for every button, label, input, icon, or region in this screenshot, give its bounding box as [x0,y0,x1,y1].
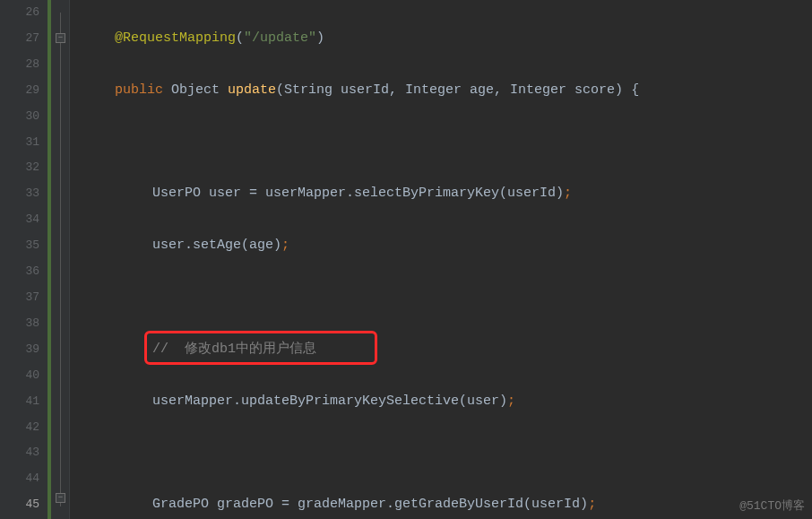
line-number: 44 [0,466,39,492]
code-line[interactable]: @RequestMapping("/update") [77,26,812,52]
line-number: 27 [0,26,39,52]
line-number: 31 [0,130,39,156]
line-number: 40 [0,363,39,389]
line-number: 43 [0,440,39,466]
string-literal: "/update" [244,30,316,46]
line-number-gutter: 26 27 28 29 30 31 32 33 34 35 36 37 38 3… [0,0,47,519]
method-name: update [228,82,276,98]
line-number: 36 [0,259,39,285]
line-number: 30 [0,104,39,130]
line-number: 35 [0,233,39,259]
line-number: 39 [0,337,39,363]
code-line[interactable]: user.setAge(age); [77,233,812,259]
line-number: 26 [0,0,39,26]
line-number: 41 [0,389,39,415]
line-number: 33 [0,181,39,207]
code-line[interactable] [77,130,812,156]
comment: // 修改db1中的用户信息 [152,342,316,357]
code-line[interactable]: public Object update(String userId, Inte… [77,78,812,104]
code-line[interactable]: GradePO gradePO = gradeMapper.getGradeBy… [77,492,812,518]
keyword: public [115,82,163,98]
annotation: @RequestMapping [115,30,236,46]
line-number: 42 [0,415,39,441]
fold-guide-line [60,13,61,506]
code-line[interactable]: userMapper.updateByPrimaryKeySelective(u… [77,389,812,415]
code-editor[interactable]: 26 27 28 29 30 31 32 33 34 35 36 37 38 3… [0,0,812,519]
fold-collapse-icon[interactable]: − [56,33,65,43]
line-number: 45 [0,492,39,518]
line-number: 38 [0,311,39,337]
code-line[interactable] [77,285,812,311]
code-line[interactable] [77,440,812,466]
line-number: 37 [0,285,39,311]
change-indicator [48,0,51,519]
code-line[interactable]: // 修改db1中的用户信息 [77,337,812,363]
fold-gutter: − − [52,0,70,519]
watermark: @51CTO博客 [739,497,805,514]
line-number: 32 [0,155,39,181]
code-line[interactable]: UserPO user = userMapper.selectByPrimary… [77,181,812,207]
line-number: 29 [0,78,39,104]
code-content[interactable]: @RequestMapping("/update") public Object… [70,0,812,519]
line-number: 34 [0,207,39,233]
fold-expand-icon[interactable]: − [56,493,65,503]
line-number: 28 [0,52,39,78]
